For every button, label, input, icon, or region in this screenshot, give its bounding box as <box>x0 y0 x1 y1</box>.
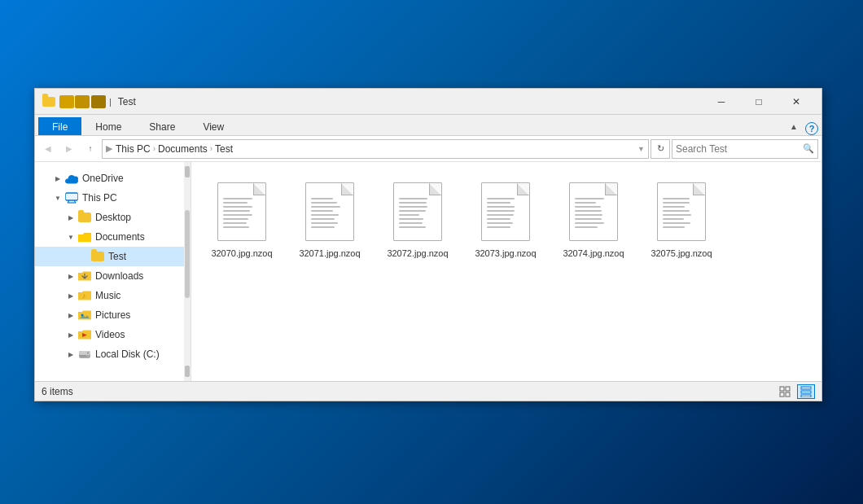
file-lines <box>663 198 692 228</box>
file-name: 32074.jpg.nzoq <box>563 248 624 259</box>
file-item[interactable]: 32075.jpg.nzoq <box>641 172 722 263</box>
onedrive-label: OneDrive <box>82 173 124 184</box>
view-grid-btn[interactable] <box>776 384 794 399</box>
file-icon-container <box>212 179 271 244</box>
pictures-expand[interactable]: ▶ <box>64 309 77 322</box>
file-name: 32072.jpg.nzoq <box>387 248 448 259</box>
file-icon-container <box>652 179 711 244</box>
search-input[interactable] <box>676 143 803 155</box>
window-title: Test <box>118 96 703 107</box>
desktop-folder-icon <box>77 210 92 225</box>
documents-folder-icon <box>77 230 92 244</box>
items-count: 6 items <box>42 386 73 397</box>
svg-rect-18 <box>801 395 811 397</box>
properties-btn[interactable] <box>91 95 106 108</box>
file-item[interactable]: 32072.jpg.nzoq <box>377 172 458 263</box>
minimize-button[interactable]: ─ <box>703 89 740 115</box>
help-btn[interactable]: ? <box>805 122 818 135</box>
file-item[interactable]: 32070.jpg.nzoq <box>201 172 283 263</box>
nav-item-local-disk[interactable]: ▶ Local Disk (C:) <box>35 344 191 364</box>
close-button[interactable]: ✕ <box>778 89 815 115</box>
nav-scrollbar[interactable] <box>184 162 191 381</box>
videos-label: Videos <box>95 329 125 340</box>
tab-home[interactable]: Home <box>81 117 135 135</box>
documents-label: Documents <box>95 231 145 243</box>
file-lines <box>223 198 252 228</box>
file-item[interactable]: 32073.jpg.nzoq <box>465 172 546 263</box>
file-explorer-window: | Test ─ □ ✕ File Home Share View ▲ ? ◀ … <box>34 88 822 401</box>
videos-expand[interactable]: ▶ <box>64 328 77 341</box>
nav-item-pictures[interactable]: ▶ Pictures <box>35 305 191 325</box>
file-item[interactable]: 32074.jpg.nzoq <box>553 172 634 263</box>
nav-item-documents[interactable]: ▼ Documents <box>35 227 191 247</box>
file-lines <box>575 198 604 228</box>
tab-share[interactable]: Share <box>135 117 189 135</box>
nav-item-this-pc[interactable]: ▼ This PC <box>35 188 191 208</box>
view-details-btn[interactable] <box>797 384 815 399</box>
file-doc-icon <box>481 182 530 241</box>
this-pc-expand[interactable]: ▼ <box>51 191 64 204</box>
videos-folder-icon <box>77 327 92 342</box>
refresh-button[interactable]: ↻ <box>651 139 670 159</box>
file-lines <box>311 198 340 228</box>
file-icon-container <box>300 179 359 244</box>
ribbon-tabs: File Home Share View ▲ ? <box>35 115 821 136</box>
main-area: ▶ OneDrive ▼ This PC ▶ Deskto <box>35 162 821 381</box>
svg-rect-1 <box>66 194 77 199</box>
desktop-expand[interactable]: ▶ <box>64 211 77 224</box>
test-label: Test <box>108 251 126 262</box>
file-name: 32070.jpg.nzoq <box>211 248 272 259</box>
quick-access-btn[interactable] <box>59 95 74 108</box>
file-doc-icon <box>569 182 618 241</box>
file-name: 32073.jpg.nzoq <box>475 248 536 259</box>
file-icon-container <box>476 179 535 244</box>
addr-dropdown-btn[interactable]: ▼ <box>637 145 645 153</box>
file-lines <box>487 198 516 228</box>
file-doc-icon <box>305 182 354 241</box>
file-item[interactable]: 32071.jpg.nzoq <box>289 172 370 263</box>
search-icon[interactable]: 🔍 <box>803 143 814 154</box>
downloads-label: Downloads <box>95 270 143 282</box>
file-doc-icon <box>217 182 266 241</box>
nav-item-videos[interactable]: ▶ Videos <box>35 325 191 344</box>
address-box[interactable]: ▶ This PC › Documents › Test ▼ <box>102 139 649 159</box>
svg-text:♪: ♪ <box>82 292 85 300</box>
file-icon-container <box>388 179 447 244</box>
file-area: 32070.jpg.nzoq 32071.jpg.nzoq 32072.jpg.… <box>191 162 821 381</box>
address-bar-row: ◀ ▶ ↑ ▶ This PC › Documents › Test ▼ ↻ 🔍 <box>35 136 821 162</box>
undo-btn[interactable] <box>75 95 90 108</box>
nav-item-downloads[interactable]: ▶ Downloads <box>35 266 191 286</box>
forward-button[interactable]: ▶ <box>59 139 79 159</box>
nav-item-onedrive[interactable]: ▶ OneDrive <box>35 169 191 188</box>
file-doc-icon <box>393 182 442 241</box>
file-name: 32075.jpg.nzoq <box>651 248 712 259</box>
addr-test: Test <box>215 143 233 155</box>
maximize-button[interactable]: □ <box>740 89 778 115</box>
nav-item-desktop[interactable]: ▶ Desktop <box>35 208 191 227</box>
file-icon-container <box>564 179 623 244</box>
local-disk-label: Local Disk (C:) <box>95 348 160 360</box>
svg-rect-17 <box>801 391 811 393</box>
nav-item-test[interactable]: Test <box>35 247 191 266</box>
local-disk-expand[interactable]: ▶ <box>64 348 77 361</box>
local-disk-icon <box>77 347 92 362</box>
ribbon-expand-btn[interactable]: ▲ <box>784 117 804 135</box>
tab-file[interactable]: File <box>38 117 81 135</box>
documents-expand[interactable]: ▼ <box>64 230 77 243</box>
svg-point-10 <box>87 353 89 354</box>
nav-item-music[interactable]: ▶ ♪ Music <box>35 286 191 305</box>
tab-view[interactable]: View <box>189 117 238 135</box>
this-pc-icon <box>64 191 79 205</box>
music-expand[interactable]: ▶ <box>64 289 77 302</box>
up-button[interactable]: ↑ <box>81 139 100 159</box>
addr-this-pc: This PC <box>116 143 151 155</box>
svg-rect-13 <box>786 387 790 391</box>
pictures-label: Pictures <box>95 309 130 321</box>
status-bar: 6 items <box>35 381 821 401</box>
onedrive-expand[interactable]: ▶ <box>51 172 64 185</box>
svg-rect-12 <box>780 387 784 391</box>
back-button[interactable]: ◀ <box>38 139 58 159</box>
view-controls <box>776 384 815 399</box>
downloads-expand[interactable]: ▶ <box>64 270 77 283</box>
svg-rect-16 <box>801 387 811 389</box>
